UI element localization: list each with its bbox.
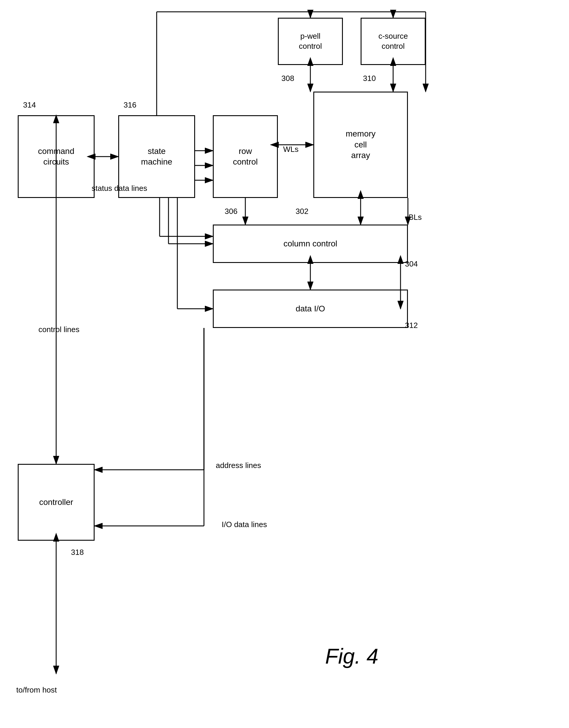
row-control-box: rowcontrol <box>213 115 278 198</box>
p-well-control-box: p-wellcontrol <box>278 18 343 65</box>
ref-304: 304 <box>405 259 418 269</box>
ref-310: 310 <box>363 74 376 83</box>
io-data-lines-label: I/O data lines <box>222 520 267 529</box>
ref-302: 302 <box>296 207 308 216</box>
ref-316: 316 <box>123 100 136 110</box>
bls-label: BLs <box>409 213 422 222</box>
diagram: commandcircuits statemachine rowcontrol … <box>0 0 569 728</box>
command-circuits-box: commandcircuits <box>18 115 95 198</box>
c-source-control-box: c-sourcecontrol <box>361 18 426 65</box>
ref-318: 318 <box>71 548 84 557</box>
address-lines-label: address lines <box>216 461 261 470</box>
data-io-box: data I/O <box>213 290 408 328</box>
control-lines-label: control lines <box>38 325 79 334</box>
ref-314: 314 <box>23 100 36 110</box>
fig4-label: Fig. 4 <box>325 644 378 668</box>
ref-312: 312 <box>405 321 418 330</box>
controller-box: controller <box>18 464 95 541</box>
to-from-host-label: to/from host <box>16 685 57 695</box>
ref-308: 308 <box>281 74 294 83</box>
wls-label: WLs <box>283 145 299 154</box>
status-data-lines-label: status data lines <box>92 184 147 193</box>
ref-306: 306 <box>225 207 237 216</box>
column-control-box: column control <box>213 225 408 263</box>
memory-cell-array-box: memorycellarray <box>313 92 408 198</box>
diagram-svg <box>0 0 569 728</box>
